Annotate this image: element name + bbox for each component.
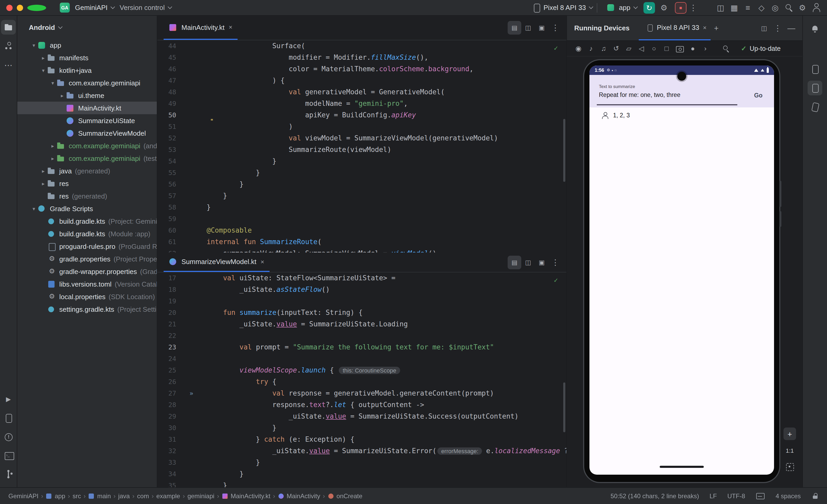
tree-chevron-icon[interactable]: ▾	[39, 67, 47, 73]
code-line[interactable]: 51 )	[157, 121, 566, 132]
tree-item[interactable]: ▸java(generated)	[17, 165, 157, 177]
screen-record-icon[interactable]: ●	[686, 42, 699, 55]
line-separator[interactable]: LF	[710, 492, 717, 500]
tree-item[interactable]: build.gradle.kts(Project: GeminiAPI)	[17, 215, 157, 227]
editor-list-icon[interactable]: ▤	[507, 21, 521, 35]
tree-item[interactable]: ⚙gradle-wrapper.properties(Gradle Versio…	[17, 265, 157, 278]
tree-item[interactable]: libs.versions.toml(Version Catalog)	[17, 278, 157, 290]
tool-windows-layout-icon[interactable]: ◫	[714, 1, 727, 14]
code-line[interactable]: 55 }	[157, 167, 566, 179]
run-configuration-selector[interactable]: app	[607, 3, 637, 12]
tree-item[interactable]: proguard-rules.pro(ProGuard Rules for ":…	[17, 240, 157, 253]
back-icon[interactable]: ◁	[635, 42, 648, 55]
tree-item[interactable]: ▸manifests	[17, 51, 157, 64]
code-line[interactable]: 34 }	[157, 468, 566, 480]
code-line[interactable]: 32 _uiState.value = SummarizeUiState.Err…	[157, 445, 566, 457]
tree-item[interactable]: ▸res	[17, 177, 157, 190]
breadcrumb-item[interactable]: MainActivity	[278, 492, 320, 500]
logcat-tool-window-button[interactable]	[1, 411, 16, 426]
code-line[interactable]: 47 ) {	[157, 75, 566, 87]
tree-chevron-icon[interactable]: ▸	[49, 155, 57, 161]
breadcrumb-item[interactable]: MainActivity.kt	[222, 492, 271, 500]
code-line[interactable]: 17 val uiState: StateFlow<SummarizeUiSta…	[157, 272, 566, 284]
home-icon[interactable]: ○	[648, 42, 660, 55]
tree-item[interactable]: build.gradle.kts(Module :app)	[17, 227, 157, 240]
breadcrumb-item[interactable]: geminiapi	[188, 492, 214, 500]
code-line[interactable]: 19	[157, 295, 566, 307]
breadcrumb-item[interactable]: example	[156, 492, 180, 500]
problems-tool-window-button[interactable]	[1, 430, 16, 444]
breadcrumb-item[interactable]: java	[118, 492, 130, 500]
code-line[interactable]: 49 modelName = "gemini-pro",	[157, 98, 566, 110]
stop-button[interactable]: ■	[675, 2, 686, 13]
code-line[interactable]: 53 SummarizeRoute(viewModel)	[157, 144, 566, 156]
breadcrumb-item[interactable]: src	[72, 492, 81, 500]
minimize-panel-icon[interactable]: —	[784, 21, 798, 35]
add-device-tab-button[interactable]: +	[714, 23, 719, 33]
zoom-in-button[interactable]: +	[783, 428, 796, 440]
macos-minimize-button[interactable]	[17, 4, 23, 11]
grid-view-icon[interactable]: ▦	[727, 1, 741, 14]
zoom-reset-icon[interactable]	[720, 43, 732, 54]
code-line[interactable]: 62 summarizeViewModel: SummarizeViewMode…	[157, 248, 566, 253]
settings-icon[interactable]: ⚙	[795, 1, 809, 14]
code-line[interactable]: 52 val viewModel = SummarizeViewModel(ge…	[157, 132, 566, 144]
code-line[interactable]: 59	[157, 213, 566, 225]
volume-down-icon[interactable]: ♫	[597, 42, 610, 55]
version-control-tool-window-button[interactable]	[1, 467, 16, 482]
project-view-selector[interactable]: Android	[17, 16, 157, 39]
split-editor-icon[interactable]: ◫	[521, 256, 535, 269]
zoom-fit-icon[interactable]	[784, 461, 795, 472]
project-tool-window-button[interactable]	[1, 20, 16, 35]
close-tab-icon[interactable]: ×	[703, 24, 707, 31]
code-line[interactable]: 45 modifier = Modifier.fillMaxSize(),	[157, 52, 566, 63]
editor-list-icon[interactable]: ▤	[507, 256, 521, 269]
code-line[interactable]: 60@Composable	[157, 225, 566, 236]
power-icon[interactable]: ◉	[572, 42, 585, 55]
tree-item[interactable]: ▾com.example.geminiapi	[17, 76, 157, 89]
close-tab-icon[interactable]: ×	[229, 23, 232, 31]
code-line[interactable]: 26 try {	[157, 376, 566, 388]
panel-options-icon[interactable]: ⋮	[771, 21, 784, 35]
code-line[interactable]: 25 viewModelScope.launch { this: Corouti…	[157, 365, 566, 376]
code-line[interactable]: 27» val response = generativeModel.gener…	[157, 388, 566, 399]
tree-chevron-icon[interactable]: ▾	[30, 206, 38, 211]
code-line[interactable]: 22	[157, 330, 566, 342]
volume-up-icon[interactable]: ♪	[585, 42, 597, 55]
preview-icon[interactable]: ▣	[535, 21, 548, 35]
breadcrumb-item[interactable]: com	[137, 492, 149, 500]
editor-options-icon[interactable]: ⋮	[548, 21, 562, 35]
tree-item[interactable]: res(generated)	[17, 190, 157, 202]
profile-icon[interactable]	[809, 1, 823, 14]
code-line[interactable]: 21 _uiState.value = SummarizeUiState.Loa…	[157, 319, 566, 330]
tree-item[interactable]: ▸ui.theme	[17, 89, 157, 102]
device-selector[interactable]: Pixel 8 API 33	[530, 1, 593, 14]
more-actions-chevron-icon[interactable]: ›	[699, 42, 712, 55]
code-line[interactable]: 56 }	[157, 179, 566, 190]
tree-item[interactable]: ▾app	[17, 39, 157, 51]
code-line[interactable]: 61internal fun SummarizeRoute(	[157, 236, 566, 248]
search-everywhere-icon[interactable]	[782, 1, 795, 14]
tree-item[interactable]: ▾kotlin+java	[17, 64, 157, 76]
project-menu[interactable]: GeminiAPI	[75, 4, 114, 11]
tree-item[interactable]: ⚙gradle.properties(Project Properties)	[17, 253, 157, 265]
tree-chevron-icon[interactable]: ▸	[58, 93, 66, 98]
breadcrumb-item[interactable]: app	[46, 492, 65, 500]
indent-settings-icon[interactable]	[756, 492, 765, 500]
editor-scrollbar[interactable]	[563, 383, 565, 432]
terminal-tool-window-button[interactable]	[1, 448, 16, 463]
more-tool-windows-button[interactable]: ⋯	[1, 58, 16, 72]
rerun-button[interactable]: ↻	[643, 2, 655, 13]
device-tab[interactable]: Pixel 8 API 33 ×	[639, 16, 711, 40]
summarize-text-field[interactable]: Repeat for me: one, two, three	[599, 92, 680, 98]
tree-chevron-icon[interactable]: ▸	[39, 180, 47, 186]
file-encoding[interactable]: UTF-8	[727, 492, 745, 500]
breadcrumb-item[interactable]: main	[88, 492, 111, 500]
editor-options-icon[interactable]: ⋮	[548, 256, 562, 269]
more-run-options-icon[interactable]: ⋮	[686, 1, 700, 14]
tree-chevron-icon[interactable]: ▾	[30, 42, 38, 48]
macos-zoom-button[interactable]	[27, 4, 46, 11]
breadcrumb-item[interactable]: GeminiAPI	[8, 492, 39, 500]
tree-item[interactable]: settings.gradle.kts(Project Settings)	[17, 303, 157, 316]
code-editor-mainactivity[interactable]: ✓ 44 Surface(45 modifier = Modifier.fill…	[157, 40, 566, 253]
